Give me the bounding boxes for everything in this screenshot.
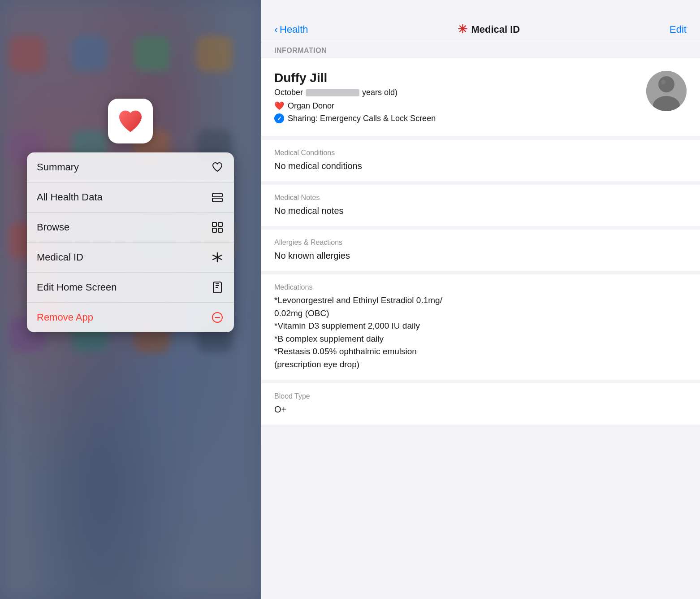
organ-donor-row: ❤️ Organ Donor [274, 101, 646, 111]
heart-outline-icon [211, 161, 224, 174]
avatar-image [646, 71, 687, 111]
header-title-text: Medical ID [471, 24, 520, 35]
svg-rect-3 [212, 198, 222, 202]
health-app-icon [108, 99, 153, 143]
menu-item-edit-home-screen[interactable]: Edit Home Screen [27, 273, 234, 303]
edit-button[interactable]: Edit [670, 24, 687, 35]
grid-rows-icon [211, 191, 224, 204]
health-heart-icon [117, 108, 144, 135]
header: ‹ Health ✳ Medical ID Edit [261, 0, 700, 42]
sharing-row: ✓ Sharing: Emergency Calls & Lock Screen [274, 113, 646, 123]
allergies-value: No known allergies [274, 249, 687, 262]
information-section-header: Information [261, 42, 700, 58]
menu-item-remove-app[interactable]: Remove App [27, 303, 234, 332]
medications-value: *Levonorgestrel and Ethinyl Estradiol 0.… [274, 294, 687, 371]
back-button[interactable]: ‹ Health [274, 23, 308, 36]
svg-rect-7 [218, 228, 222, 232]
menu-item-browse-label: Browse [37, 221, 69, 233]
svg-rect-2 [212, 193, 222, 197]
medical-conditions-section: Medical Conditions No medical conditions [261, 136, 700, 181]
allergies-section: Allergies & Reactions No known allergies [261, 226, 700, 271]
profile-dob: October years old) [274, 88, 646, 97]
chevron-left-icon: ‹ [274, 23, 278, 36]
information-label: Information [274, 47, 327, 54]
context-menu: Summary All Health Data Browse [27, 152, 234, 332]
menu-item-remove-app-label: Remove App [37, 312, 93, 323]
menu-item-medical-id-label: Medical ID [37, 252, 83, 263]
menu-item-edit-home-screen-label: Edit Home Screen [37, 282, 117, 293]
header-title: ✳ Medical ID [458, 22, 520, 36]
svg-point-18 [658, 76, 674, 92]
medications-label: Medications [274, 283, 687, 291]
menu-item-all-health-data-label: All Health Data [37, 191, 103, 203]
organ-donor-heart-icon: ❤️ [274, 101, 284, 111]
medical-notes-label: Medical Notes [274, 194, 687, 202]
back-label: Health [280, 24, 308, 35]
dob-prefix: October [274, 88, 303, 97]
menu-item-medical-id[interactable]: Medical ID [27, 243, 234, 273]
profile-info: Duffy Jill October years old) ❤️ Organ D… [274, 71, 646, 123]
blood-type-section: Blood Type O+ [261, 380, 700, 425]
left-panel: Summary All Health Data Browse [0, 0, 261, 599]
dob-suffix: years old) [362, 88, 398, 97]
medical-notes-value: No medical notes [274, 204, 687, 217]
medical-id-asterisk-icon: ✳ [458, 22, 467, 36]
blood-type-label: Blood Type [274, 392, 687, 400]
svg-rect-6 [212, 228, 216, 232]
organ-donor-label: Organ Donor [288, 101, 334, 111]
blood-type-value: O+ [274, 403, 687, 416]
grid-four-icon [211, 221, 224, 234]
svg-rect-4 [212, 222, 216, 226]
avatar [646, 71, 687, 111]
right-panel: ‹ Health ✳ Medical ID Edit Information D… [261, 0, 700, 599]
svg-rect-5 [218, 222, 222, 226]
profile-section: Duffy Jill October years old) ❤️ Organ D… [261, 58, 700, 136]
medical-conditions-label: Medical Conditions [274, 149, 687, 157]
phone-screen-icon [211, 281, 224, 294]
asterisk-menu-icon [211, 251, 224, 264]
menu-item-summary-label: Summary [37, 161, 79, 173]
medical-conditions-value: No medical conditions [274, 160, 687, 172]
menu-item-all-health-data[interactable]: All Health Data [27, 182, 234, 213]
check-circle-icon: ✓ [274, 113, 284, 123]
medical-notes-section: Medical Notes No medical notes [261, 181, 700, 226]
menu-item-browse[interactable]: Browse [27, 213, 234, 243]
medications-section: Medications *Levonorgestrel and Ethinyl … [261, 271, 700, 380]
sharing-label: Sharing: Emergency Calls & Lock Screen [288, 114, 436, 123]
allergies-label: Allergies & Reactions [274, 239, 687, 247]
menu-item-summary[interactable]: Summary [27, 152, 234, 182]
svg-point-20 [661, 80, 665, 84]
profile-name: Duffy Jill [274, 71, 646, 85]
minus-circle-icon [211, 311, 224, 324]
dob-redacted [306, 89, 359, 96]
